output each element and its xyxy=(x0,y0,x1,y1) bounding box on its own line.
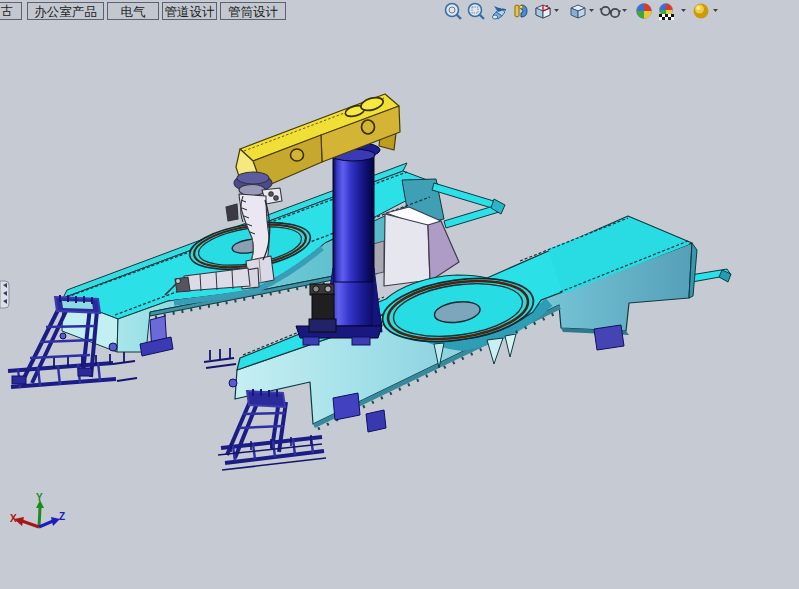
svg-text:Z: Z xyxy=(59,511,65,522)
svg-text:Y: Y xyxy=(36,492,43,503)
svg-text:X: X xyxy=(10,513,17,524)
